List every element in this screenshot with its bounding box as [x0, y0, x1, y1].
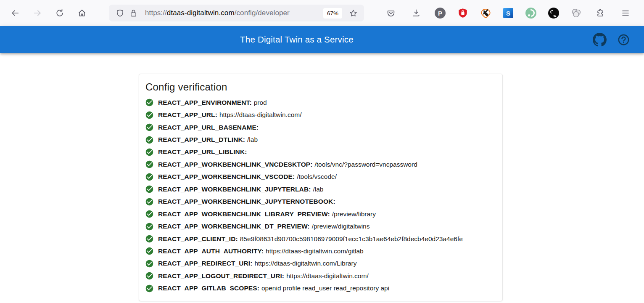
config-key: REACT_APP_WORKBENCHLINK_LIBRARY_PREVIEW: — [158, 210, 330, 218]
config-value: /lab — [313, 186, 323, 193]
config-value: 85e9f08631d90700c598106979009f1ecc1c3b1a… — [240, 235, 463, 243]
check-circle-icon — [145, 271, 154, 280]
config-value: https://dtaas-digitaltwin.com/ — [219, 111, 302, 119]
tracking-protection-shield-icon[interactable] — [113, 6, 127, 20]
check-circle-icon — [145, 160, 154, 169]
check-circle-icon — [145, 185, 154, 194]
home-button[interactable] — [74, 5, 90, 21]
config-key: REACT_APP_LOGOUT_REDIRECT_URI: — [158, 272, 284, 280]
header-icon-group — [593, 26, 630, 53]
config-value: /tools/vscode/ — [297, 173, 337, 181]
config-key: REACT_APP_URL: — [158, 111, 217, 119]
config-key: REACT_APP_URL_LIBLINK: — [158, 148, 247, 156]
extension-green-ring-icon[interactable] — [525, 7, 537, 19]
config-item-row: REACT_APP_WORKBENCHLINK_JUPYTERLAB: /lab — [145, 183, 496, 195]
check-circle-icon — [145, 247, 154, 255]
github-icon[interactable] — [593, 33, 607, 47]
config-key: REACT_APP_REDIRECT_URI: — [158, 260, 253, 267]
home-icon — [77, 8, 87, 18]
toolbar-actions: P S — [383, 5, 633, 21]
config-list: REACT_APP_ENVIRONMENT: prod REACT_APP_UR… — [145, 96, 496, 295]
check-circle-icon — [145, 197, 154, 206]
config-verification-card: Config verification REACT_APP_ENVIRONMEN… — [139, 74, 503, 301]
config-value: /lab — [247, 136, 258, 144]
config-item-row: REACT_APP_WORKBENCHLINK_VSCODE: /tools/v… — [145, 171, 496, 183]
back-button[interactable] — [8, 5, 23, 21]
config-key: REACT_APP_WORKBENCHLINK_JUPYTERNOTEBOOK: — [158, 198, 335, 205]
check-circle-icon — [145, 111, 154, 120]
check-circle-icon — [145, 234, 154, 243]
config-item-row: REACT_APP_WORKBENCHLINK_LIBRARY_PREVIEW:… — [145, 208, 496, 220]
browser-toolbar: https://dtaas-digitaltwin.com/config/dev… — [0, 0, 644, 26]
check-circle-icon — [145, 123, 154, 132]
config-value: https://dtaas-digitaltwin.com/ — [286, 272, 369, 280]
extension-p-badge-icon[interactable]: P — [434, 7, 446, 19]
back-icon — [11, 8, 20, 18]
config-item-row: REACT_APP_URL_DTLINK: /lab — [145, 133, 496, 146]
bookmark-star-icon[interactable] — [346, 6, 360, 20]
nav-button-group — [8, 5, 90, 21]
config-item-row: REACT_APP_REDIRECT_URI: https://dtaas-di… — [145, 258, 496, 270]
downloads-button[interactable] — [409, 5, 424, 21]
extension-gray-circles-icon[interactable] — [570, 7, 583, 19]
reload-button[interactable] — [52, 5, 67, 21]
download-icon — [412, 8, 421, 18]
config-item-row: REACT_APP_ENVIRONMENT: prod — [145, 96, 496, 109]
config-value: /preview/library — [332, 210, 376, 218]
config-item-row: REACT_APP_GITLAB_SCOPES: openid profile … — [145, 282, 496, 295]
check-circle-icon — [145, 284, 154, 293]
check-circle-icon — [145, 210, 154, 218]
config-value: https://dtaas-digitaltwin.com/Library — [255, 260, 357, 267]
app-title: The Digital Twin as a Service — [240, 35, 354, 45]
url-scheme: https:// — [145, 9, 167, 17]
app-header: The Digital Twin as a Service — [0, 26, 644, 53]
config-key: REACT_APP_URL_BASENAME: — [158, 124, 259, 131]
config-value: /tools/vnc/?password=vncpassword — [315, 161, 417, 168]
config-item-row: REACT_APP_WORKBENCHLINK_DT_PREVIEW: /pre… — [145, 220, 496, 232]
config-key: REACT_APP_URL_DTLINK: — [158, 136, 245, 144]
check-circle-icon — [145, 222, 154, 231]
config-value: prod — [254, 99, 267, 106]
config-item-row: REACT_APP_CLIENT_ID: 85e9f08631d90700c59… — [145, 233, 496, 245]
help-icon[interactable] — [617, 33, 630, 46]
pocket-icon — [386, 8, 396, 18]
url-text[interactable]: https://dtaas-digitaltwin.com/config/dev… — [145, 9, 323, 17]
config-key: REACT_APP_AUTH_AUTHORITY: — [158, 247, 264, 255]
config-key: REACT_APP_WORKBENCHLINK_JUPYTERLAB: — [158, 186, 311, 193]
zoom-level-button[interactable]: 67% — [323, 8, 342, 19]
config-item-row: REACT_APP_URL_BASENAME: — [145, 121, 496, 133]
pocket-button[interactable] — [383, 5, 399, 21]
check-circle-icon — [145, 173, 154, 181]
forward-button — [30, 5, 45, 21]
config-item-row: REACT_APP_WORKBENCHLINK_VNCDESKTOP: /too… — [145, 158, 496, 170]
extension-red-shield-lock-icon[interactable] — [457, 7, 469, 19]
config-item-row: REACT_APP_URL: https://dtaas-digitaltwin… — [145, 109, 496, 121]
menu-button[interactable] — [618, 5, 633, 21]
url-path: /config/developer — [235, 9, 290, 17]
check-circle-icon — [145, 259, 154, 268]
config-key: REACT_APP_WORKBENCHLINK_VNCDESKTOP: — [158, 161, 313, 168]
config-item-row: REACT_APP_LOGOUT_REDIRECT_URI: https://d… — [145, 270, 496, 282]
extension-badger-icon[interactable] — [479, 7, 492, 19]
config-key: REACT_APP_GITLAB_SCOPES: — [158, 284, 259, 292]
check-circle-icon — [145, 148, 154, 157]
extension-black-face-icon[interactable] — [547, 7, 560, 19]
hamburger-menu-icon — [621, 8, 630, 18]
puzzle-extensions-icon — [596, 8, 605, 18]
config-item-row: REACT_APP_URL_LIBLINK: — [145, 146, 496, 158]
forward-icon — [33, 8, 42, 18]
config-key: REACT_APP_WORKBENCHLINK_DT_PREVIEW: — [158, 223, 310, 230]
check-circle-icon — [145, 98, 154, 107]
config-item-row: REACT_APP_AUTH_AUTHORITY: https://dtaas-… — [145, 245, 496, 257]
config-value: openid profile read_user read_repository… — [261, 284, 389, 292]
extension-blue-s-cube-icon[interactable]: S — [502, 7, 515, 19]
lock-icon[interactable] — [127, 6, 140, 20]
reload-icon — [55, 8, 64, 18]
address-bar[interactable]: https://dtaas-digitaltwin.com/config/dev… — [109, 5, 364, 21]
config-key: REACT_APP_ENVIRONMENT: — [158, 99, 252, 106]
extensions-button[interactable] — [593, 5, 608, 21]
config-key: REACT_APP_CLIENT_ID: — [158, 235, 238, 243]
check-circle-icon — [145, 136, 154, 144]
card-heading: Config verification — [145, 81, 496, 95]
url-host: dtaas-digitaltwin.com — [167, 9, 235, 17]
